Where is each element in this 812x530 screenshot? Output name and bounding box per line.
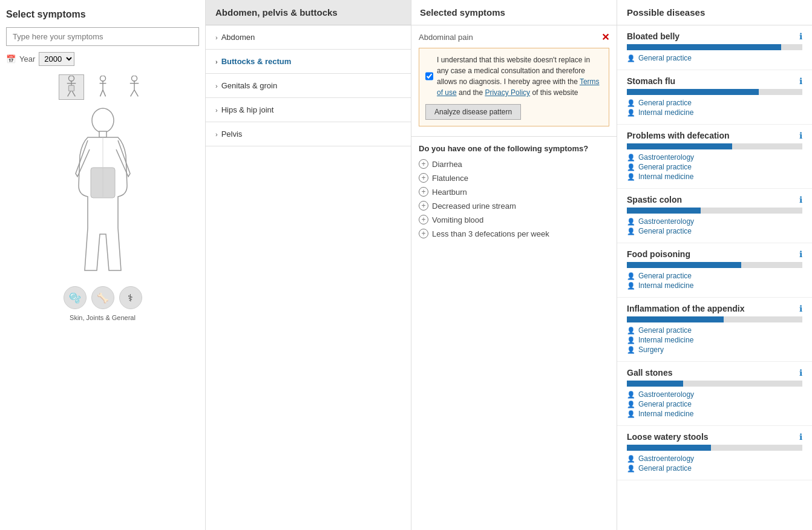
svg-rect-5 xyxy=(68,85,74,91)
body-front-button[interactable] xyxy=(59,74,84,100)
body-part-label: Abdomen xyxy=(221,33,255,42)
specialist-link[interactable]: 👤Gastroenterology xyxy=(627,454,802,463)
privacy-link[interactable]: Privacy Policy xyxy=(485,88,530,97)
person-icon: 👤 xyxy=(627,218,635,226)
related-symptoms-title: Do you have one of the following symptom… xyxy=(419,144,609,153)
body-part-item-1[interactable]: ›Buttocks & rectum xyxy=(206,50,411,74)
disease-item-6: Gall stones ℹ 👤Gastroenterology👤General … xyxy=(617,362,812,426)
add-symptom-icon[interactable]: + xyxy=(419,159,428,169)
body-part-item-0[interactable]: ›Abdomen xyxy=(206,25,411,50)
specialist-link[interactable]: 👤Gastroenterology xyxy=(627,217,802,226)
specialist-link[interactable]: 👤Internal medicine xyxy=(627,108,802,117)
bottom-icons-label: Skin, Joints & General xyxy=(70,314,136,321)
specialist-link[interactable]: 👤Gastroenterology xyxy=(627,390,802,399)
info-icon[interactable]: ℹ xyxy=(799,432,802,442)
symptom-option-0[interactable]: +Diarrhea xyxy=(419,159,609,169)
add-symptom-icon[interactable]: + xyxy=(419,215,428,224)
selected-symptoms-title: Selected symptoms xyxy=(411,0,617,25)
symptom-option-5[interactable]: +Less than 3 defecations per week xyxy=(419,229,609,238)
info-icon[interactable]: ℹ xyxy=(799,195,802,204)
disease-name: Food poisoning xyxy=(627,249,690,259)
progress-bar-fill xyxy=(627,262,741,268)
search-input[interactable] xyxy=(6,27,199,46)
specialist-label: General practice xyxy=(638,272,692,280)
close-symptom-button[interactable]: ✕ xyxy=(601,31,609,43)
info-icon[interactable]: ℹ xyxy=(799,131,802,140)
joints-icon[interactable]: 🦴 xyxy=(91,286,114,309)
body-part-item-2[interactable]: ›Genitals & groin xyxy=(206,74,411,98)
specialist-label: General practice xyxy=(638,326,692,335)
person-icon: 👤 xyxy=(627,54,635,62)
specialist-link[interactable]: 👤Internal medicine xyxy=(627,172,802,181)
add-symptom-icon[interactable]: + xyxy=(419,187,428,197)
specialist-label: Gastroenterology xyxy=(638,390,694,399)
symptom-label: Less than 3 defecations per week xyxy=(432,229,549,238)
svg-rect-17 xyxy=(99,131,106,137)
progress-bar-fill xyxy=(627,445,711,451)
body-part-item-4[interactable]: ›Pelvis xyxy=(206,122,411,146)
symptom-option-2[interactable]: +Heartburn xyxy=(419,187,609,197)
specialist-label: Internal medicine xyxy=(638,172,693,181)
symptom-option-3[interactable]: +Decreased urine stream xyxy=(419,201,609,211)
info-icon[interactable]: ℹ xyxy=(799,304,802,313)
add-symptom-icon[interactable]: + xyxy=(419,173,428,183)
disease-name: Spastic colon xyxy=(627,195,682,204)
info-icon[interactable]: ℹ xyxy=(799,31,802,41)
specialist-label: Gastroenterology xyxy=(638,153,694,162)
body-part-list: ›Abdomen›Buttocks & rectum›Genitals & gr… xyxy=(206,25,411,146)
add-symptom-icon[interactable]: + xyxy=(419,201,428,211)
selected-symptoms-panel: Selected symptoms Abdominal pain ✕ I und… xyxy=(411,0,617,530)
specialist-link[interactable]: 👤General practice xyxy=(627,54,802,62)
body-side-button[interactable] xyxy=(90,74,116,100)
body-part-label: Genitals & groin xyxy=(221,81,278,90)
body-main-figure[interactable] xyxy=(73,107,133,276)
year-row: 📅 Year 2000 1990 1980 2010 xyxy=(6,52,199,66)
body-part-label: Pelvis xyxy=(221,129,243,139)
progress-bar-fill xyxy=(627,143,732,149)
specialist-link[interactable]: 👤General practice xyxy=(627,163,802,171)
progress-bar xyxy=(627,381,802,387)
progress-bar xyxy=(627,262,802,268)
svg-line-14 xyxy=(130,90,134,97)
symptom-label: Diarrhea xyxy=(432,160,462,169)
general-icon[interactable]: ⚕ xyxy=(119,286,142,309)
symptom-option-1[interactable]: +Flatulence xyxy=(419,173,609,183)
specialist-link[interactable]: 👤Internal medicine xyxy=(627,281,802,290)
info-icon[interactable]: ℹ xyxy=(799,76,802,86)
skin-icon[interactable]: 🫧 xyxy=(64,286,87,309)
specialist-link[interactable]: 👤General practice xyxy=(627,272,802,280)
specialist-link[interactable]: 👤Gastroenterology xyxy=(627,153,802,162)
body-part-item-3[interactable]: ›Hips & hip joint xyxy=(206,98,411,122)
body-back-button[interactable] xyxy=(122,74,147,100)
specialist-link[interactable]: 👤Internal medicine xyxy=(627,336,802,344)
specialist-label: Gastroenterology xyxy=(638,454,694,463)
specialist-link[interactable]: 👤General practice xyxy=(627,464,802,473)
specialist-link[interactable]: 👤General practice xyxy=(627,400,802,408)
specialist-link[interactable]: 👤General practice xyxy=(627,227,802,235)
disease-item-3: Spastic colon ℹ 👤Gastroenterology👤Genera… xyxy=(617,189,812,243)
specialist-label: Gastroenterology xyxy=(638,217,694,226)
progress-bar-fill xyxy=(627,89,759,95)
person-icon: 👤 xyxy=(627,227,635,235)
specialist-link[interactable]: 👤Internal medicine xyxy=(627,410,802,418)
svg-line-9 xyxy=(100,90,103,97)
symptom-option-4[interactable]: +Vomiting blood xyxy=(419,215,609,224)
analyze-button[interactable]: Analyze disease pattern xyxy=(425,104,521,120)
disease-item-4: Food poisoning ℹ 👤General practice👤Inter… xyxy=(617,243,812,298)
progress-bar-fill xyxy=(627,381,683,387)
specialist-link[interactable]: 👤Surgery xyxy=(627,345,802,354)
specialist-label: General practice xyxy=(638,163,692,171)
svg-line-15 xyxy=(134,90,138,97)
specialist-link[interactable]: 👤General practice xyxy=(627,99,802,107)
disease-item-7: Loose watery stools ℹ 👤Gastroenterology👤… xyxy=(617,426,812,480)
left-panel: Select symptoms 📅 Year 2000 1990 1980 20… xyxy=(0,0,206,530)
chevron-icon: › xyxy=(215,131,218,138)
info-icon[interactable]: ℹ xyxy=(799,249,802,259)
specialist-link[interactable]: 👤General practice xyxy=(627,326,802,335)
consent-checkbox[interactable] xyxy=(425,54,433,98)
year-select[interactable]: 2000 1990 1980 2010 xyxy=(39,52,74,66)
add-symptom-icon[interactable]: + xyxy=(419,229,428,238)
progress-bar-fill xyxy=(627,208,701,214)
person-icon: 👤 xyxy=(627,401,635,408)
info-icon[interactable]: ℹ xyxy=(799,368,802,378)
